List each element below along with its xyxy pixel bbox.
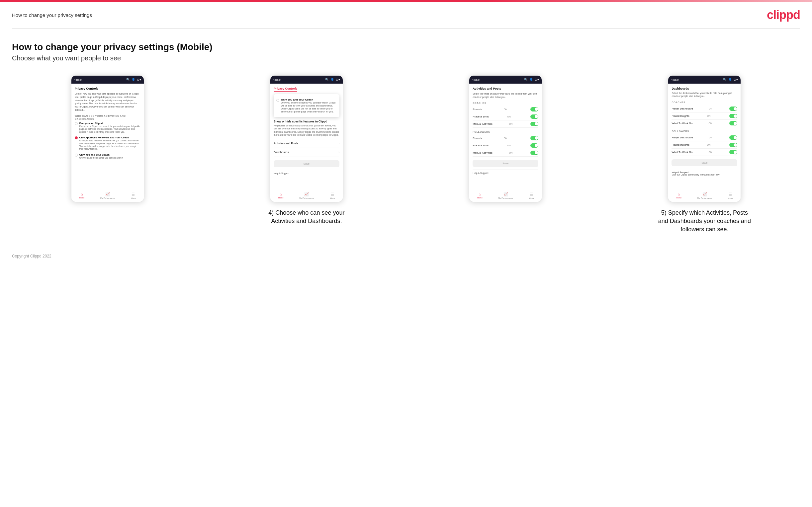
followers-rounds-switch[interactable] [530,136,538,140]
footer-tab-home-3[interactable]: ⌂ Home [477,192,483,199]
home-label-2: Home [278,197,284,199]
followers-insights-label: Round Insights [671,143,689,146]
search-icon-4[interactable]: 🔍 [723,78,727,81]
radio-everyone-title: Everyone on Clippd [80,122,141,125]
followers-player-switch[interactable] [729,135,737,140]
profile-icon-4[interactable]: 👤 [728,78,732,81]
profile-icon-3[interactable]: 👤 [529,78,533,81]
footer-tab-menu-2[interactable]: ☰ Menu [330,192,335,199]
settings-icon-2[interactable]: ⊙▾ [336,78,340,81]
radio-option-coach[interactable]: Only You and Your Coach Only you and the… [75,153,141,159]
performance-icon-2: 📈 [304,192,309,196]
footer-tab-performance-4[interactable]: 📈 My Performance [698,192,712,199]
settings-icon-3[interactable]: ⊙▾ [535,78,539,81]
activities-posts-title: Activities and Posts [472,87,538,90]
back-button-2[interactable]: < Back [273,78,281,81]
followers-insights-toggle: Round Insights ON [671,142,737,149]
top-bar: How to change your privacy settings clip… [0,2,812,28]
footer-tab-menu-3[interactable]: ☰ Menu [529,192,534,199]
radio-everyone[interactable] [75,122,78,125]
popup-title: Only You and Your Coach [281,98,337,101]
activities-posts-item[interactable]: Activities and Posts › [274,139,340,148]
radio-coach-desc: Only you and the coaches you connect wit… [80,157,123,159]
coaches-manual-on: ON [509,123,513,125]
footer-tab-performance-2[interactable]: 📈 My Performance [299,192,314,199]
footer-tab-home-1[interactable]: ⌂ Home [79,192,84,199]
footer-tab-performance-3[interactable]: 📈 My Performance [499,192,513,199]
search-icon-2[interactable]: 🔍 [325,78,329,81]
screen3-group: < Back 🔍 👤 ⊙▾ Activities and Posts Selec… [452,75,559,202]
back-button-4[interactable]: < Back [671,78,679,81]
coaches-insights-switch[interactable] [729,114,737,118]
dashboards-title: Dashboards [671,87,737,90]
followers-rounds-label: Rounds [472,137,482,140]
privacy-controls-tab[interactable]: Privacy Controls [274,87,298,92]
help-support-2: Help & Support [274,170,340,174]
footer-tab-home-2[interactable]: ⌂ Home [278,192,284,199]
home-label-1: Home [79,197,84,199]
home-icon-2: ⌂ [280,192,282,196]
screen2-group: < Back 🔍 👤 ⊙▾ Privacy Controls [253,75,360,225]
home-icon-1: ⌂ [81,192,83,196]
screen1-group: < Back 🔍 👤 ⊙▾ Privacy Controls Control h… [54,75,161,202]
page-heading: How to change your privacy settings (Mob… [12,42,800,52]
activities-posts-desc: Select the types of activity that you'd … [472,92,538,99]
popup-radio[interactable] [276,99,279,102]
coaches-drills-switch[interactable] [530,114,538,119]
footer-tab-performance-1[interactable]: 📈 My Performance [100,192,115,199]
followers-manual-switch[interactable] [530,151,538,155]
screen4-group: < Back 🔍 👤 ⊙▾ Dashboards Select the dash… [651,75,758,234]
caption-step4: 4) Choose who can see your Activities an… [260,209,353,225]
coaches-drills-label: Practice Drills [472,115,489,118]
help-support-3: Help & Support [472,170,538,174]
coaches-rounds-on: ON [504,108,507,111]
back-button-1[interactable]: < Back [74,78,82,81]
back-button-3[interactable]: < Back [472,78,480,81]
performance-label-4: My Performance [698,197,712,199]
performance-icon-1: 📈 [105,192,110,196]
coaches-workon-switch[interactable] [729,121,737,125]
save-button-4[interactable]: Save [671,159,737,166]
privacy-controls-title: Privacy Controls [75,87,141,90]
profile-icon-2[interactable]: 👤 [331,78,334,81]
coaches-player-toggle: Player Dashboard ON [671,105,737,112]
followers-workon-switch[interactable] [729,150,737,154]
menu-label-4: Menu [728,197,733,199]
save-button-2[interactable]: Save [274,160,340,167]
coaches-insights-toggle: Round Insights ON [671,112,737,120]
settings-icon[interactable]: ⊙▾ [137,78,141,81]
coaches-workon-toggle: What To Work On ON [671,120,737,127]
profile-icon[interactable]: 👤 [132,78,135,81]
chevron-icon-activities: › [339,142,340,145]
page-breadcrumb: How to change your privacy settings [12,12,92,18]
screen4-phone: < Back 🔍 👤 ⊙▾ Dashboards Select the dash… [668,75,741,202]
home-label-4: Home [676,197,681,199]
performance-icon-3: 📈 [503,192,508,196]
footer-tab-menu-1[interactable]: ☰ Menu [131,192,136,199]
footer-tab-home-4[interactable]: ⌂ Home [676,192,681,199]
followers-insights-switch[interactable] [729,143,737,147]
coaches-player-switch[interactable] [729,107,737,111]
menu-label-3: Menu [529,197,534,199]
radio-approved[interactable] [75,136,78,139]
menu-icon-1: ☰ [132,192,135,196]
radio-option-approved[interactable]: Only Approved Followers and Your Coach O… [75,136,141,151]
save-button-3[interactable]: Save [472,160,538,167]
radio-coach[interactable] [75,154,78,157]
followers-drills-label: Practice Drills [472,144,489,147]
search-icon-3[interactable]: 🔍 [524,78,528,81]
dashboards-item[interactable]: Dashboards › [274,148,340,157]
show-hide-title: Show or hide specific features in Clippd [274,120,340,123]
settings-icon-4[interactable]: ⊙▾ [733,78,738,81]
coaches-manual-switch[interactable] [530,122,538,126]
menu-label-1: Menu [131,197,136,199]
coaches-rounds-label: Rounds [472,108,482,111]
search-icon[interactable]: 🔍 [126,78,130,81]
chevron-icon-dashboards: › [339,151,340,154]
footer-tab-menu-4[interactable]: ☰ Menu [728,192,733,199]
followers-drills-switch[interactable] [530,143,538,148]
radio-option-everyone[interactable]: Everyone on Clippd Everyone on Clippd ca… [75,122,141,133]
coaches-rounds-switch[interactable] [530,107,538,111]
coaches-player-label: Player Dashboard [671,107,693,110]
followers-insights-on: ON [707,144,711,146]
